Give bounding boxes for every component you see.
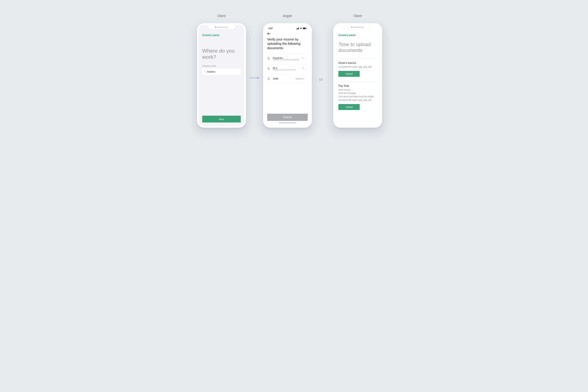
address-bar: goodloans.com: [344, 25, 372, 30]
phone-argyle-verify: 3:27 Verify your income by uploading the…: [263, 23, 312, 128]
url-text: goodloans.com: [353, 26, 364, 28]
home-indicator: [278, 122, 296, 123]
section-title: Driver's licence: [338, 62, 377, 64]
file-icon: [268, 67, 270, 70]
upload-section-licence: Driver's licence Accepted file types: jp…: [338, 58, 377, 77]
section-line: Must be full page: [338, 92, 377, 95]
doc-optional: Optional: [296, 78, 304, 80]
status-bar: 3:27: [267, 27, 308, 30]
address-bar: goodloans.com: [208, 25, 235, 30]
next-button[interactable]: Next: [202, 116, 241, 122]
company-name-label: Company name: [202, 65, 241, 67]
chevron-right-icon: ›: [305, 67, 308, 70]
doc-row-1099[interactable]: 1099 Optional ›: [267, 74, 308, 83]
column-label-argyle: Argyle: [263, 14, 312, 18]
lock-icon: [351, 26, 352, 28]
file-icon: [268, 57, 270, 60]
column-label-client-1: Client: [197, 14, 246, 18]
status-time: 3:27: [268, 27, 273, 30]
upload-button-licence[interactable]: Upload: [338, 71, 360, 77]
doc-title: 1099: [273, 77, 294, 80]
doc-subtitle: Upload your last year's W-2: [273, 69, 301, 71]
canvas: Client Argyle Client goodloans.com GcodL…: [176, 0, 412, 157]
chevron-right-icon: ›: [305, 77, 308, 80]
section-line: Accepted file types: jpg, png, pdf: [338, 65, 377, 68]
section-line: Full name and date must be visible: [338, 95, 377, 98]
screen2-heading: Verify your income by uploading the foll…: [267, 37, 308, 50]
cell-signal-icon: [296, 28, 299, 29]
screen1-heading: Where do you work?: [202, 48, 241, 60]
doc-row-w2[interactable]: W-2 Upload your last year's W-2 0 ›: [267, 64, 308, 74]
svg-line-1: [205, 72, 206, 72]
upload-section-paystub: Pay Stub Most recent Must be full page F…: [338, 81, 377, 110]
chevron-right-icon: ›: [305, 57, 308, 60]
section-line: Most recent: [338, 88, 377, 92]
section-line: Accepted file types: jpg, png, pdf: [338, 98, 377, 102]
url-text: goodloans.com: [217, 26, 228, 28]
company-name-value: Starbox: [207, 70, 216, 73]
file-icon: [268, 77, 270, 80]
battery-icon: [303, 28, 306, 29]
lock-icon: [215, 26, 216, 28]
doc-count: 0: [302, 67, 304, 70]
screen3-heading: Time to upload documents: [338, 42, 377, 53]
document-list: Paystubs Upload your last three paystubs…: [267, 54, 308, 83]
phone-client-upload: goodloans.com GcodLoans Time to upload d…: [333, 23, 382, 128]
flow-arrow-icon: [249, 78, 260, 78]
back-button[interactable]: [267, 32, 308, 36]
submit-button[interactable]: Submit: [267, 114, 308, 121]
doc-count: 0: [302, 57, 304, 59]
column-label-client-2: Client: [333, 14, 382, 18]
brand-logo: GcodLoans: [202, 33, 241, 37]
company-name-input[interactable]: Starbox: [202, 68, 241, 75]
brand-logo: GcodLoans: [338, 33, 377, 37]
doc-subtitle: Upload your last three paystubs: [273, 59, 301, 60]
section-title: Pay Stub: [338, 84, 377, 88]
search-icon: [204, 70, 206, 73]
doc-row-paystubs[interactable]: Paystubs Upload your last three paystubs…: [267, 54, 308, 64]
upload-button-paystub[interactable]: Upload: [338, 104, 360, 110]
or-label: Or: [319, 78, 323, 82]
wifi-icon: [300, 27, 302, 30]
phone-client-workplace: goodloans.com GcodLoans Where do you wor…: [197, 23, 246, 128]
